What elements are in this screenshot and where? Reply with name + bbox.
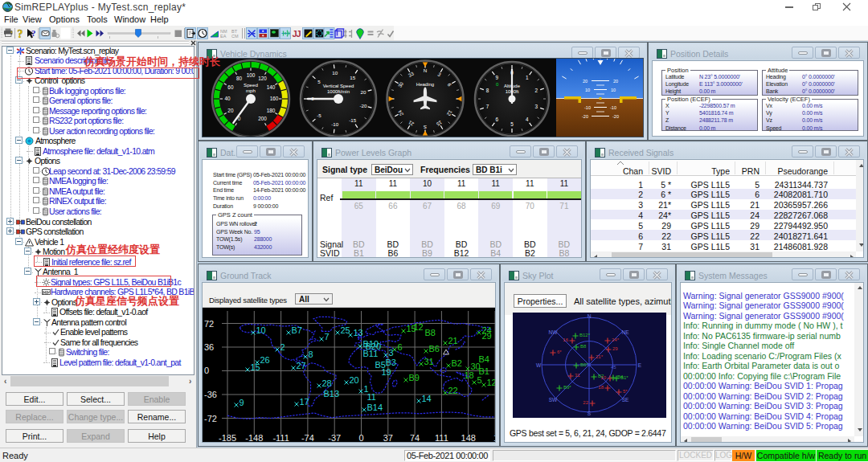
svg-text:0: 0 bbox=[358, 433, 363, 443]
svg-text:37: 37 bbox=[383, 433, 393, 443]
svg-text:22: 22 bbox=[448, 386, 458, 395]
svg-text:60: 60 bbox=[227, 84, 234, 90]
svg-text:S: S bbox=[424, 125, 427, 130]
svg-text:10: 10 bbox=[585, 88, 590, 92]
svg-text:5: 5 bbox=[477, 375, 482, 385]
svg-text:18: 18 bbox=[465, 370, 474, 380]
svg-text:11: 11 bbox=[367, 392, 376, 402]
svg-text:180: 180 bbox=[267, 108, 276, 113]
svg-text:2: 2 bbox=[280, 342, 285, 352]
svg-text:?: ? bbox=[18, 28, 23, 40]
svg-text:-15: -15 bbox=[349, 117, 357, 123]
svg-text:8: 8 bbox=[309, 350, 313, 359]
svg-text:5: 5 bbox=[510, 121, 514, 127]
svg-text:B1*: B1* bbox=[620, 375, 628, 380]
svg-text:B6*: B6* bbox=[580, 362, 588, 367]
svg-text:B2: B2 bbox=[452, 358, 462, 368]
svg-text:20: 20 bbox=[350, 375, 359, 385]
svg-text:-37: -37 bbox=[328, 433, 341, 443]
svg-text:-10: -10 bbox=[584, 105, 591, 110]
svg-text:20: 20 bbox=[227, 108, 234, 113]
svg-text:B13: B13 bbox=[324, 389, 340, 399]
svg-text:160: 160 bbox=[270, 96, 279, 101]
svg-text:-36: -36 bbox=[204, 390, 217, 399]
svg-text:N: N bbox=[588, 313, 592, 319]
svg-text:29: 29 bbox=[482, 331, 492, 341]
svg-text:28: 28 bbox=[322, 378, 332, 388]
svg-text:14: 14 bbox=[422, 394, 432, 403]
svg-text:74: 74 bbox=[410, 433, 420, 443]
svg-text:100: 100 bbox=[247, 72, 256, 78]
svg-text:1000ft/min: 1000ft/min bbox=[327, 89, 350, 94]
svg-text:10: 10 bbox=[256, 325, 266, 335]
svg-text:JJ: JJ bbox=[293, 29, 301, 39]
svg-text:36: 36 bbox=[204, 342, 214, 352]
svg-text:-10: -10 bbox=[610, 105, 616, 110]
svg-text:12: 12 bbox=[414, 322, 424, 332]
svg-text:80: 80 bbox=[236, 76, 243, 81]
svg-text:5: 5 bbox=[317, 79, 321, 84]
svg-text:8: 8 bbox=[486, 88, 489, 93]
svg-text:SW: SW bbox=[549, 397, 558, 403]
svg-text:22: 22 bbox=[583, 400, 588, 405]
svg-text:-5: -5 bbox=[317, 112, 321, 118]
svg-text:2: 2 bbox=[535, 88, 538, 93]
svg-text:B6: B6 bbox=[429, 344, 440, 354]
svg-text:Speed: Speed bbox=[244, 82, 258, 88]
svg-text:-74: -74 bbox=[301, 433, 314, 443]
svg-text:111: 111 bbox=[435, 433, 448, 443]
svg-text:7: 7 bbox=[325, 332, 330, 341]
svg-text:Heading: Heading bbox=[416, 82, 434, 87]
svg-text:13: 13 bbox=[354, 328, 363, 337]
svg-text:-20: -20 bbox=[359, 103, 367, 108]
svg-text:NW: NW bbox=[549, 329, 559, 335]
svg-text:1: 1 bbox=[526, 75, 529, 80]
svg-text:6*: 6* bbox=[557, 350, 562, 354]
svg-text:B9: B9 bbox=[409, 373, 420, 382]
svg-text:40: 40 bbox=[224, 96, 231, 101]
svg-text:26: 26 bbox=[260, 355, 270, 365]
svg-text:mph: mph bbox=[246, 88, 256, 93]
svg-text:5*: 5* bbox=[623, 389, 628, 394]
svg-text:18: 18 bbox=[493, 433, 496, 443]
svg-text:200: 200 bbox=[258, 116, 267, 121]
svg-text:18: 18 bbox=[598, 385, 604, 390]
svg-text:-148: -148 bbox=[245, 433, 263, 443]
svg-text:15: 15 bbox=[350, 75, 355, 80]
svg-text:B8: B8 bbox=[425, 328, 436, 337]
svg-text:4: 4 bbox=[526, 117, 529, 122]
svg-text:B3: B3 bbox=[386, 358, 396, 367]
svg-text:120: 120 bbox=[258, 76, 267, 81]
svg-text:-20: -20 bbox=[612, 114, 619, 119]
svg-text:19: 19 bbox=[382, 367, 391, 377]
svg-text:B14: B14 bbox=[367, 403, 383, 412]
svg-text:9: 9 bbox=[495, 75, 498, 80]
svg-text:20: 20 bbox=[583, 79, 588, 84]
svg-text:S: S bbox=[588, 411, 592, 416]
svg-text:9: 9 bbox=[240, 398, 244, 407]
svg-text:21*: 21* bbox=[596, 354, 604, 359]
svg-text:27: 27 bbox=[297, 361, 306, 370]
svg-text:7: 7 bbox=[486, 104, 489, 109]
svg-text:29: 29 bbox=[612, 346, 618, 351]
svg-text:24*: 24* bbox=[612, 337, 620, 342]
svg-text:6: 6 bbox=[398, 342, 403, 352]
svg-text:?: ? bbox=[31, 28, 36, 38]
svg-text:EA: EA bbox=[220, 34, 227, 39]
svg-text:B12*: B12* bbox=[579, 333, 591, 337]
svg-text:140: 140 bbox=[267, 84, 276, 90]
svg-text:3: 3 bbox=[535, 104, 538, 109]
svg-text:B8: B8 bbox=[580, 344, 587, 349]
svg-text:72: 72 bbox=[204, 319, 214, 329]
svg-text:CM: CM bbox=[231, 34, 239, 39]
svg-text:-185: -185 bbox=[219, 433, 236, 443]
svg-text:45: 45 bbox=[611, 365, 616, 370]
svg-text:16: 16 bbox=[563, 337, 568, 342]
svg-text:17: 17 bbox=[300, 397, 309, 407]
svg-text:Vertical Speed: Vertical Speed bbox=[323, 84, 354, 88]
svg-text:0: 0 bbox=[204, 366, 209, 375]
svg-text:20: 20 bbox=[360, 89, 366, 95]
svg-text:15: 15 bbox=[251, 362, 260, 372]
svg-text:N: N bbox=[424, 67, 427, 73]
svg-text:31: 31 bbox=[424, 357, 434, 366]
